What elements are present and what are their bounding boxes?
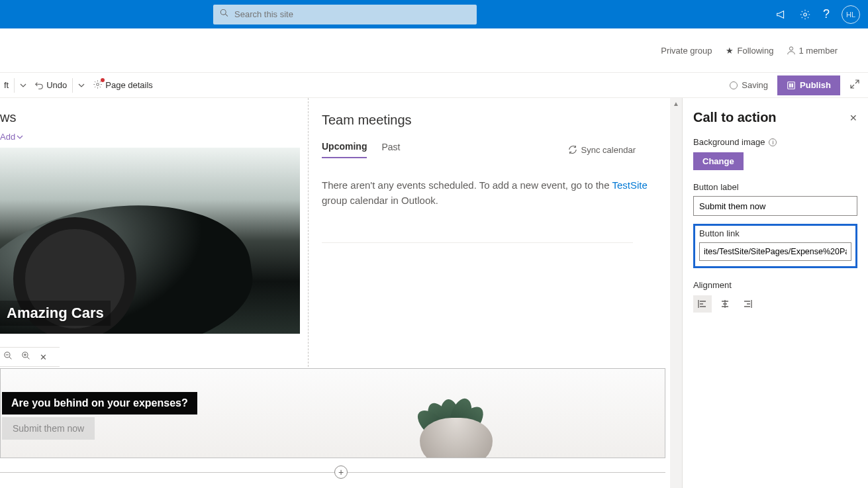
align-right-button[interactable] [738,295,757,313]
tab-upcoming[interactable]: Upcoming [322,141,367,158]
saving-indicator: Saving [730,80,768,90]
canvas-scrollbar[interactable]: ▲ [670,98,682,488]
search-icon [220,9,229,21]
members-count: 1 member [798,46,838,56]
gear-icon [93,79,103,91]
person-icon [787,46,796,55]
alignment-label: Alignment [693,280,857,290]
news-hero-caption: Amazing Cars [0,301,111,326]
change-image-button[interactable]: Change [693,152,744,170]
following-toggle[interactable]: ★ Following [726,46,774,56]
publish-icon [787,81,796,90]
cta-button[interactable]: Submit them now [2,417,95,440]
button-label-label: Button label [693,182,857,192]
save-draft-button[interactable]: ft [0,73,13,97]
svg-rect-3 [788,81,795,89]
zoom-in-icon[interactable] [22,352,30,362]
undo-icon [34,81,44,90]
command-bar: ft Undo Page details Saving Publish [0,73,868,98]
sync-calendar-button[interactable]: Sync calendar [568,145,636,155]
chevron-down-icon [20,82,26,89]
add-section-button[interactable]: + [334,465,348,479]
svg-rect-4 [789,83,791,87]
megaphone-icon[interactable] [775,9,787,21]
following-label: Following [738,46,774,56]
events-webpart: Team meetings Upcoming Past Sync calenda… [309,98,682,367]
info-icon[interactable]: i [769,138,777,146]
news-webpart: ws Add Amazing Cars ✕ [0,98,309,367]
background-image-label: Background image i [693,137,857,147]
privacy-label: Private group [661,46,712,56]
cta-heading: Are you behind on your expenses? [2,392,197,415]
site-header: Private group ★ Following 1 member [0,28,868,73]
svg-point-2 [97,83,99,85]
svg-point-1 [790,47,793,50]
panel-close-button[interactable]: ✕ [849,113,857,123]
divider [322,242,633,243]
help-icon[interactable]: ? [823,7,830,21]
webpart-inline-toolbar: ✕ [0,347,60,367]
tab-past[interactable]: Past [381,142,400,158]
events-title: Team meetings [322,113,682,128]
members-link[interactable]: 1 member [787,46,838,56]
expand-icon[interactable] [849,79,860,91]
user-avatar[interactable]: HL [842,5,860,24]
svg-rect-5 [791,83,793,87]
svg-point-0 [804,13,807,16]
search-input[interactable] [234,9,470,19]
news-title: ws [0,110,308,125]
testsite-link[interactable]: TestSite [612,179,647,191]
alignment-group [693,295,857,313]
button-link-input[interactable] [699,242,851,261]
close-icon[interactable]: ✕ [40,352,47,362]
undo-chevron[interactable] [74,73,89,97]
button-label-input[interactable] [693,196,857,216]
align-center-button[interactable] [716,295,734,313]
settings-icon[interactable] [799,9,811,21]
publish-button[interactable]: Publish [777,75,840,95]
zoom-out-icon[interactable] [4,352,13,362]
align-left-button[interactable] [693,295,712,313]
panel-title: Call to action [693,110,777,125]
search-box[interactable] [213,5,477,24]
plant-image [393,371,526,458]
add-section-row: + [0,465,682,479]
cta-webpart[interactable]: Are you behind on your expenses? Submit … [0,368,665,458]
button-link-label: Button link [699,228,851,238]
chevron-down-icon [78,82,85,89]
star-icon: ★ [726,46,734,56]
avatar-initials: HL [846,11,855,19]
property-panel: Call to action ✕ Background image i Chan… [682,98,868,488]
suite-bar: ? HL [0,0,868,28]
spinner-icon [730,81,738,89]
button-link-group-highlight: Button link [693,224,857,268]
sync-icon [568,145,577,154]
chevron-down-icon [17,134,23,140]
news-hero-image[interactable]: Amazing Cars [0,148,300,334]
scroll-up-icon[interactable]: ▲ [670,98,682,109]
events-empty-message: There aren't any events scheduled. To ad… [322,178,653,208]
page-details-button[interactable]: Page details [89,73,157,97]
page-canvas: ws Add Amazing Cars ✕ [0,98,682,488]
draft-chevron[interactable] [16,73,30,97]
news-add-button[interactable]: Add [0,132,308,142]
suite-bar-right: ? HL [775,5,860,24]
undo-button[interactable]: Undo [30,73,71,97]
